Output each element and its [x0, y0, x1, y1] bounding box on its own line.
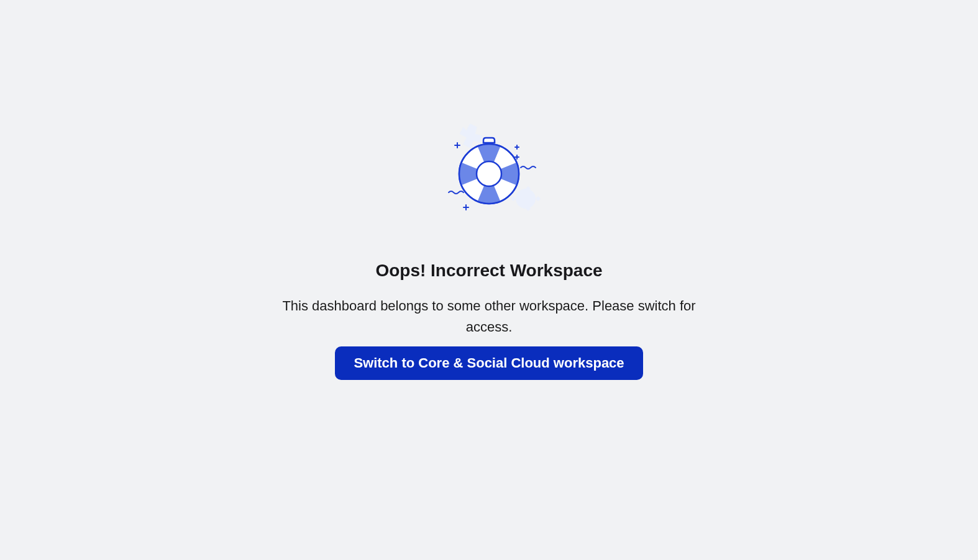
switch-workspace-button[interactable]: Switch to Core & Social Cloud workspace — [335, 346, 642, 380]
error-page-container: Oops! Incorrect Workspace This dashboard… — [265, 118, 713, 380]
lifebuoy-illustration — [436, 118, 542, 224]
error-heading: Oops! Incorrect Workspace — [375, 261, 602, 281]
svg-point-3 — [477, 161, 501, 186]
error-description: This dashboard belongs to some other wor… — [265, 296, 713, 338]
svg-point-0 — [516, 189, 536, 209]
